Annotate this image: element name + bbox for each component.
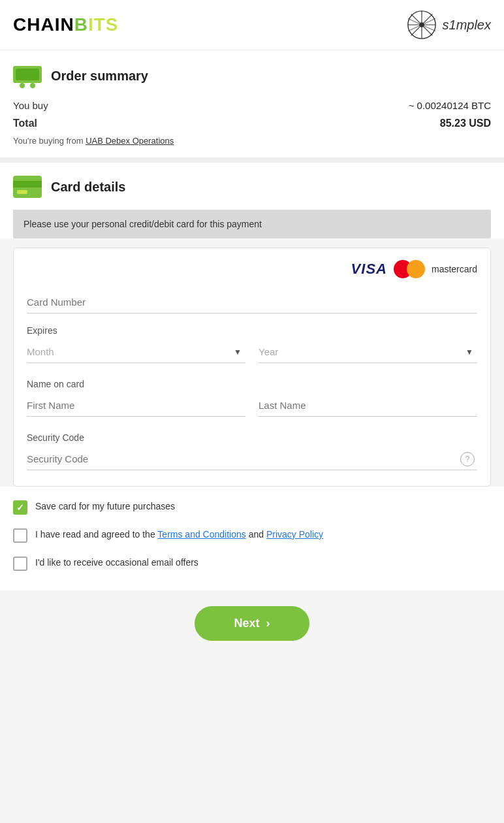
card-number-input[interactable]	[27, 290, 477, 314]
next-button[interactable]: Next ›	[195, 606, 309, 641]
visa-label: VISA	[351, 261, 387, 278]
card-form-wrap: VISA mastercard Expires Month 01 02 03 0…	[0, 248, 504, 487]
save-card-label: Save card for my future purchases	[35, 500, 175, 513]
terms-text-before: I have read and agreed to the	[35, 529, 157, 540]
first-name-field	[27, 395, 245, 417]
security-code-input[interactable]	[27, 448, 477, 470]
terms-text-middle: and	[246, 529, 266, 540]
simplex-logo: s1mplex	[406, 9, 491, 40]
total-label: Total	[13, 118, 37, 129]
buying-from: You're buying from UAB Debex Operations	[13, 136, 491, 146]
next-arrow-icon: ›	[266, 617, 270, 630]
terms-text: I have read and agreed to the Terms and …	[35, 528, 323, 541]
buying-from-link[interactable]: UAB Debex Operations	[86, 136, 174, 146]
privacy-link[interactable]: Privacy Policy	[266, 529, 323, 540]
terms-link[interactable]: Terms and Conditions	[157, 529, 245, 540]
mastercard-label: mastercard	[432, 264, 477, 274]
month-select-wrap: Month 01 02 03 04 05 06 07 08 09 10 11 1…	[27, 341, 245, 363]
terms-checkbox[interactable]	[13, 528, 27, 543]
warning-bar: Please use your personal credit/debit ca…	[13, 210, 491, 238]
mastercard-circle-orange	[407, 260, 425, 278]
btc-amount: ~ 0.00240124 BTC	[409, 100, 491, 111]
simplex-icon	[406, 9, 437, 40]
card-details-title-row: Card details	[13, 176, 491, 198]
email-offers-checkbox[interactable]	[13, 557, 27, 571]
simplex-text: s1mplex	[443, 18, 491, 33]
svg-point-10	[20, 83, 25, 88]
security-code-help-icon[interactable]: ?	[460, 452, 475, 466]
svg-point-11	[30, 83, 35, 88]
total-amount: 85.23 USD	[440, 118, 491, 129]
first-name-input[interactable]	[27, 395, 245, 417]
card-logos: VISA mastercard	[27, 260, 477, 278]
year-select-wrap: Year 2024 2025 2026 2027 2028 2029 2030 …	[259, 341, 477, 363]
next-button-label: Next	[234, 617, 259, 630]
svg-rect-9	[16, 69, 39, 80]
svg-rect-14	[17, 190, 27, 194]
expires-label: Expires	[27, 325, 477, 336]
save-card-checkbox[interactable]: ✓	[13, 500, 27, 515]
card-details-section: Card details Please use your personal cr…	[0, 163, 504, 238]
order-summary-title-row: Order summary	[13, 63, 491, 88]
divider	[0, 157, 504, 163]
logo: CHAINBITS	[13, 14, 118, 35]
buying-from-text: You're buying from	[13, 136, 84, 146]
save-card-row: ✓ Save card for my future purchases	[13, 500, 491, 515]
total-row: Total 85.23 USD	[13, 118, 491, 129]
security-code-label: Security Code	[27, 432, 477, 443]
month-select[interactable]: Month 01 02 03 04 05 06 07 08 09 10 11 1…	[27, 341, 245, 363]
expiry-row: Month 01 02 03 04 05 06 07 08 09 10 11 1…	[27, 341, 477, 363]
security-code-wrap: ?	[27, 448, 477, 470]
warning-text: Please use your personal credit/debit ca…	[24, 219, 262, 229]
logo-its: ITS	[88, 14, 119, 35]
cart-icon	[13, 63, 42, 88]
email-offers-row: I'd like to receive occasional email off…	[13, 556, 491, 571]
checkmark-icon: ✓	[16, 502, 24, 513]
you-buy-row: You buy ~ 0.00240124 BTC	[13, 100, 491, 111]
mastercard-logo: mastercard	[394, 260, 477, 278]
svg-rect-13	[13, 181, 42, 187]
name-row	[27, 395, 477, 417]
card-number-field	[27, 290, 477, 314]
logo-b: B	[74, 14, 88, 35]
email-offers-label: I'd like to receive occasional email off…	[35, 556, 198, 570]
you-buy-label: You buy	[13, 100, 48, 111]
order-summary-title: Order summary	[51, 69, 148, 84]
header: CHAINBITS s1mplex	[0, 0, 504, 50]
options-section: ✓ Save card for my future purchases I ha…	[0, 487, 504, 590]
card-icon	[13, 176, 42, 198]
logo-chain: CHAIN	[13, 14, 74, 35]
card-details-title: Card details	[51, 180, 125, 195]
terms-row: I have read and agreed to the Terms and …	[13, 528, 491, 543]
year-select[interactable]: Year 2024 2025 2026 2027 2028 2029 2030	[259, 341, 477, 363]
next-button-wrap: Next ›	[0, 590, 504, 660]
last-name-field	[259, 395, 477, 417]
last-name-input[interactable]	[259, 395, 477, 417]
order-summary: Order summary You buy ~ 0.00240124 BTC T…	[0, 50, 504, 157]
card-form-container: VISA mastercard Expires Month 01 02 03 0…	[13, 248, 491, 487]
name-on-card-label: Name on card	[27, 379, 477, 389]
